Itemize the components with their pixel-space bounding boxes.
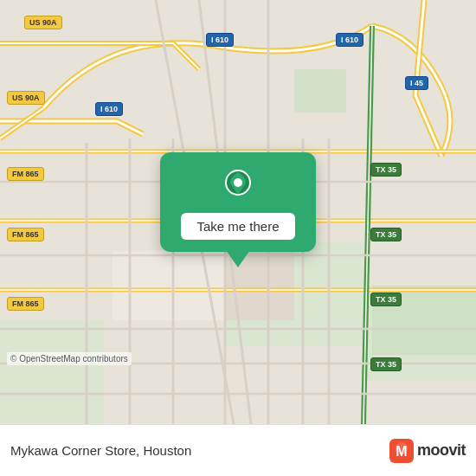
highway-label-tx35-2: TX 35 <box>370 228 402 241</box>
map-attribution: © OpenStreetMap contributors <box>7 352 132 365</box>
popup-card: Take me there <box>160 152 316 252</box>
highway-label-us90a-left: US 90A <box>7 91 45 105</box>
highway-label-fm865-3: FM 865 <box>7 297 44 311</box>
location-name: Mykawa Corner Store, Houston <box>10 443 389 458</box>
highway-label-us90a-top: US 90A <box>24 16 62 29</box>
moovit-text: moovit <box>417 441 466 460</box>
take-me-there-button[interactable]: Take me there <box>181 213 294 240</box>
highway-label-tx35-1: TX 35 <box>370 163 402 177</box>
svg-rect-3 <box>0 320 104 424</box>
highway-label-tx35-3: TX 35 <box>370 293 402 306</box>
highway-label-tx35-4: TX 35 <box>370 357 402 371</box>
svg-text:M: M <box>396 444 407 459</box>
svg-rect-4 <box>294 69 346 113</box>
moovit-brand-icon: M <box>389 439 414 463</box>
bottom-bar: Mykawa Corner Store, Houston M moovit <box>0 424 476 476</box>
highway-label-i45: I 45 <box>405 76 428 90</box>
location-pin-icon <box>220 168 256 204</box>
highway-label-i610-top: I 610 <box>206 33 234 47</box>
svg-point-10 <box>234 178 242 187</box>
highway-label-i610-left: I 610 <box>95 102 123 116</box>
highway-label-fm865-1: FM 865 <box>7 167 44 181</box>
map: US 90A US 90A FM 865 FM 865 FM 865 I 610… <box>0 0 476 424</box>
highway-label-i610-right: I 610 <box>336 33 363 47</box>
moovit-logo: M moovit <box>389 439 466 463</box>
highway-label-fm865-2: FM 865 <box>7 228 44 241</box>
